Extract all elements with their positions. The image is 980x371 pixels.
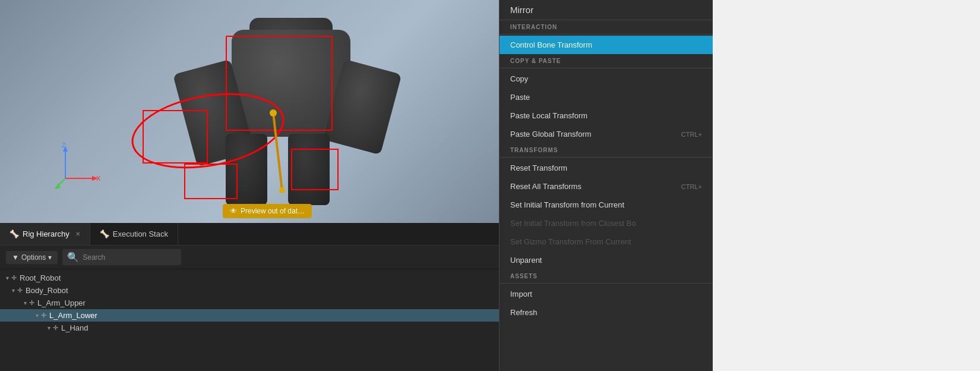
menu-item: Set Initial Transform from Closest Bo xyxy=(500,214,713,232)
execution-stack-icon: 🦴 xyxy=(100,229,109,238)
svg-text:Z: Z xyxy=(62,143,66,149)
svg-text:X: X xyxy=(96,175,101,182)
menu-item-label: Import xyxy=(510,290,532,298)
tree-item[interactable]: ▾✛Root_Robot xyxy=(0,272,499,284)
menu-item-label: Paste Global Transform xyxy=(510,130,592,139)
menu-item[interactable]: Copy xyxy=(500,70,713,88)
bone-gizmo xyxy=(249,107,297,202)
tree-item-label: L_Arm_Lower xyxy=(49,311,97,320)
menu-item[interactable]: Import xyxy=(500,285,713,303)
options-button[interactable]: ▼ Options ▾ xyxy=(6,251,58,264)
chevron-down-icon: ▾ xyxy=(48,253,52,262)
menu-item[interactable]: Paste xyxy=(500,88,713,106)
search-input[interactable] xyxy=(83,253,176,262)
svg-line-8 xyxy=(273,113,282,190)
bone-icon: ✛ xyxy=(11,274,17,282)
tree-container: ▾✛Root_Robot▾✛Body_Robot▾✛L_Arm_Upper▾✛L… xyxy=(0,272,499,334)
menu-item-label: Reset All Transforms xyxy=(510,182,581,191)
robot-scene: Z X xyxy=(0,0,499,223)
menu-divider xyxy=(500,283,713,284)
menu-item[interactable]: Reset All TransformsCTRL+ xyxy=(500,177,713,196)
panel-toolbar: ▼ Options ▾ 🔍 xyxy=(0,246,499,269)
viewport-bg: Z X 👁 Preview out of dat… xyxy=(0,0,499,223)
tree-chevron: ▾ xyxy=(6,275,9,281)
viewport-panel: Z X 👁 Preview out of dat… xyxy=(0,0,499,371)
tree-item-label: L_Arm_Upper xyxy=(37,298,86,307)
menu-item[interactable]: Unparent xyxy=(500,251,713,269)
menu-section-header: INTERACTION xyxy=(500,20,713,33)
bottom-panels: 🦴 Rig Hierarchy ✕ 🦴 Execution Stack ▼ Op… xyxy=(0,223,499,371)
menu-item-label: Copy xyxy=(510,74,528,83)
rig-hierarchy-icon: 🦴 xyxy=(10,229,19,238)
bone-icon: ✛ xyxy=(53,324,58,332)
bone-icon: ✛ xyxy=(29,299,34,307)
selection-box-5 xyxy=(184,164,238,199)
menu-section-header: ASSETS xyxy=(500,269,713,282)
menu-item-shortcut: CTRL+ xyxy=(681,183,702,190)
menu-item[interactable]: Control Bone Transform xyxy=(500,36,713,54)
tree-view: ▾✛Root_Robot▾✛Body_Robot▾✛L_Arm_Upper▾✛L… xyxy=(0,269,499,371)
menu-divider xyxy=(500,68,713,68)
menu-item-shortcut: CTRL+ xyxy=(681,131,702,138)
bone-icon: ✛ xyxy=(41,312,46,319)
tree-item[interactable]: ▾✛L_Arm_Lower xyxy=(0,309,499,322)
search-icon: 🔍 xyxy=(67,251,79,263)
menu-sections: INTERACTIONControl Bone TransformCOPY & … xyxy=(500,20,713,322)
menu-item[interactable]: Paste Global TransformCTRL+ xyxy=(500,125,713,143)
menu-item-label: Control Bone Transform xyxy=(510,40,592,49)
svg-point-10 xyxy=(279,187,285,193)
right-empty-area xyxy=(713,0,980,371)
menu-item-label: Unparent xyxy=(510,256,542,265)
tree-item[interactable]: ▾✛L_Hand xyxy=(0,322,499,334)
menu-divider xyxy=(500,157,713,158)
menu-item[interactable]: Set Initial Transform from Current xyxy=(500,196,713,214)
eye-icon: 👁 xyxy=(230,207,237,215)
menu-item-label: Set Gizmo Transform From Current xyxy=(510,237,631,246)
tree-chevron: ▾ xyxy=(12,287,15,294)
tab-close-button[interactable]: ✕ xyxy=(75,231,80,237)
menu-section-header: TRANSFORMS xyxy=(500,143,713,156)
selection-box-4 xyxy=(291,149,339,190)
tree-item[interactable]: ▾✛L_Arm_Upper xyxy=(0,297,499,309)
menu-item[interactable]: Reset Transform xyxy=(500,159,713,177)
tree-item-label: Root_Robot xyxy=(20,273,61,282)
tree-chevron: ▾ xyxy=(48,325,50,331)
menu-item[interactable]: Paste Local Transform xyxy=(500,106,713,125)
tree-item[interactable]: ▾✛Body_Robot xyxy=(0,284,499,297)
svg-point-9 xyxy=(270,109,277,117)
selection-box-3 xyxy=(143,110,208,164)
menu-item-label: Paste xyxy=(510,93,530,102)
tab-execution-stack[interactable]: 🦴 Execution Stack xyxy=(90,223,178,245)
mirror-menu-item[interactable]: Mirror xyxy=(500,0,713,20)
menu-divider xyxy=(500,34,713,34)
search-box: 🔍 xyxy=(62,249,181,265)
menu-item-label: Refresh xyxy=(510,308,538,317)
menu-item-label: Paste Local Transform xyxy=(510,111,587,120)
tree-chevron: ▾ xyxy=(36,312,39,319)
menu-item[interactable]: Refresh xyxy=(500,303,713,322)
context-menu: Mirror INTERACTIONControl Bone Transform… xyxy=(499,0,713,371)
preview-out-of-date-label: 👁 Preview out of dat… xyxy=(223,204,312,218)
menu-item-label: Set Initial Transform from Current xyxy=(510,200,624,209)
menu-item-label: Reset Transform xyxy=(510,164,567,172)
transform-gizmo[interactable]: Z X xyxy=(53,143,101,190)
panel-tab-bar: 🦴 Rig Hierarchy ✕ 🦴 Execution Stack xyxy=(0,223,499,246)
menu-item: Set Gizmo Transform From Current xyxy=(500,232,713,251)
menu-item-label: Set Initial Transform from Closest Bo xyxy=(510,219,636,228)
menu-section-header: COPY & PASTE xyxy=(500,54,713,67)
tree-chevron: ▾ xyxy=(24,300,27,306)
filter-icon: ▼ xyxy=(12,253,19,262)
tab-rig-hierarchy[interactable]: 🦴 Rig Hierarchy ✕ xyxy=(0,223,90,245)
tree-item-label: Body_Robot xyxy=(26,286,68,295)
bone-icon: ✛ xyxy=(17,287,23,294)
tree-item-label: L_Hand xyxy=(61,323,88,332)
